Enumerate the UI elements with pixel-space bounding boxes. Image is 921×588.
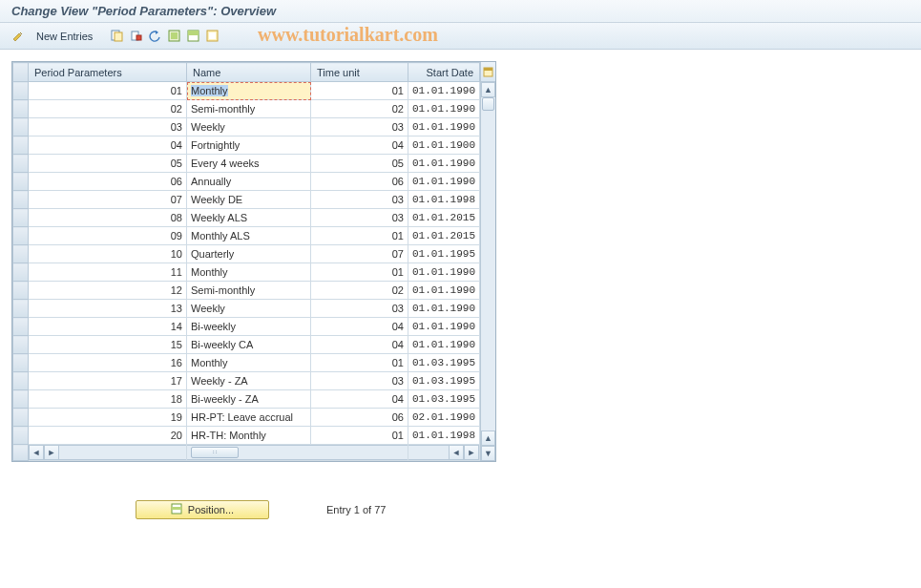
cell-period-parameter[interactable]: 16: [29, 354, 187, 372]
cell-start-date[interactable]: 01.01.1990: [408, 173, 480, 191]
cell-name[interactable]: Weekly - ZA: [187, 372, 311, 390]
select-block-icon[interactable]: [184, 28, 201, 45]
cell-start-date[interactable]: 01.01.1990: [408, 300, 480, 318]
cell-time-unit[interactable]: 06: [311, 173, 408, 191]
cell-start-date[interactable]: 01.01.1998: [408, 191, 480, 209]
cell-period-parameter[interactable]: 12: [29, 282, 187, 300]
cell-start-date[interactable]: 01.01.1990: [408, 100, 480, 118]
cell-name[interactable]: Quarterly: [187, 245, 311, 263]
cell-time-unit[interactable]: 01: [311, 227, 408, 245]
cell-period-parameter[interactable]: 20: [29, 427, 187, 445]
cell-start-date[interactable]: 01.01.2015: [408, 209, 480, 227]
position-button[interactable]: Position...: [136, 500, 269, 519]
cell-name[interactable]: Monthly ALS: [187, 227, 311, 245]
cell-start-date[interactable]: 01.01.2015: [408, 227, 480, 245]
row-selector[interactable]: [13, 100, 29, 118]
row-selector[interactable]: [13, 227, 29, 245]
row-selector[interactable]: [13, 372, 29, 390]
cell-time-unit[interactable]: 06: [311, 409, 408, 427]
cell-start-date[interactable]: 01.03.1995: [408, 390, 480, 409]
row-selector[interactable]: [13, 282, 29, 300]
hscroll-thumb[interactable]: ∷: [191, 447, 239, 458]
cell-start-date[interactable]: 01.01.1990: [408, 118, 480, 136]
cell-start-date[interactable]: 02.01.1990: [408, 409, 480, 427]
col-period-parameters[interactable]: Period Parameters: [29, 63, 187, 82]
cell-time-unit[interactable]: 04: [311, 136, 408, 155]
cell-start-date[interactable]: 01.01.1990: [408, 263, 480, 282]
vscroll-track[interactable]: [481, 97, 495, 430]
cell-name[interactable]: Bi-weekly CA: [187, 336, 311, 354]
vscroll-up-arrow-icon[interactable]: ▲: [481, 82, 495, 97]
cell-period-parameter[interactable]: 11: [29, 263, 187, 282]
vscroll-up-arrow2-icon[interactable]: ▲: [481, 430, 495, 446]
row-selector[interactable]: [13, 300, 29, 318]
cell-period-parameter[interactable]: 10: [29, 245, 187, 263]
hscroll-right-arrow-icon[interactable]: ►: [44, 445, 59, 460]
row-selector[interactable]: [13, 118, 29, 136]
cell-time-unit[interactable]: 07: [311, 245, 408, 263]
cell-name[interactable]: Fortnightly: [187, 136, 311, 155]
cell-time-unit[interactable]: 04: [311, 336, 408, 354]
row-selector[interactable]: [13, 136, 29, 155]
cell-time-unit[interactable]: 02: [311, 100, 408, 118]
cell-start-date[interactable]: 01.03.1995: [408, 354, 480, 372]
row-selector[interactable]: [13, 191, 29, 209]
col-name[interactable]: Name: [187, 63, 311, 82]
row-selector[interactable]: [13, 318, 29, 336]
cell-period-parameter[interactable]: 14: [29, 318, 187, 336]
delete-icon[interactable]: [127, 28, 144, 45]
cell-period-parameter[interactable]: 07: [29, 191, 187, 209]
row-header-column[interactable]: [13, 63, 29, 82]
cell-period-parameter[interactable]: 04: [29, 136, 187, 155]
cell-start-date[interactable]: 01.01.1990: [408, 336, 480, 354]
cell-period-parameter[interactable]: 02: [29, 100, 187, 118]
cell-period-parameter[interactable]: 05: [29, 155, 187, 173]
new-entries-button[interactable]: New Entries: [29, 29, 100, 44]
row-selector[interactable]: [13, 336, 29, 354]
cell-period-parameter[interactable]: 03: [29, 118, 187, 136]
copy-as-icon[interactable]: [108, 28, 125, 45]
toggle-display-icon[interactable]: [10, 28, 27, 45]
cell-name[interactable]: HR-TH: Monthly: [187, 427, 311, 445]
cell-period-parameter[interactable]: 13: [29, 300, 187, 318]
cell-time-unit[interactable]: 03: [311, 372, 408, 390]
cell-period-parameter[interactable]: 15: [29, 336, 187, 354]
cell-name[interactable]: Weekly: [187, 118, 311, 136]
cell-period-parameter[interactable]: 09: [29, 227, 187, 245]
cell-time-unit[interactable]: 01: [311, 427, 408, 445]
row-selector[interactable]: [13, 390, 29, 409]
cell-name[interactable]: Weekly ALS: [187, 209, 311, 227]
cell-name[interactable]: Semi-monthly: [187, 282, 311, 300]
cell-start-date[interactable]: 01.01.1990: [408, 282, 480, 300]
col-time-unit[interactable]: Time unit: [311, 63, 408, 82]
cell-time-unit[interactable]: 04: [311, 390, 408, 409]
col-start-date[interactable]: Start Date: [408, 63, 480, 82]
cell-time-unit[interactable]: 04: [311, 318, 408, 336]
cell-start-date[interactable]: 01.03.1995: [408, 372, 480, 390]
hscroll-right-arrow2-icon[interactable]: ►: [464, 445, 479, 460]
row-selector[interactable]: [13, 354, 29, 372]
cell-start-date[interactable]: 01.01.1990: [408, 155, 480, 173]
cell-name[interactable]: Monthly: [187, 82, 311, 100]
cell-period-parameter[interactable]: 08: [29, 209, 187, 227]
cell-name[interactable]: HR-PT: Leave accrual: [187, 409, 311, 427]
vscroll-down-arrow-icon[interactable]: ▼: [481, 446, 495, 461]
cell-period-parameter[interactable]: 06: [29, 173, 187, 191]
deselect-all-icon[interactable]: [203, 28, 220, 45]
row-selector[interactable]: [13, 155, 29, 173]
cell-name[interactable]: Bi-weekly - ZA: [187, 390, 311, 409]
cell-name[interactable]: Annually: [187, 173, 311, 191]
cell-time-unit[interactable]: 01: [311, 354, 408, 372]
select-all-icon[interactable]: [165, 28, 182, 45]
hscroll-left-arrow-icon[interactable]: ◄: [29, 445, 44, 460]
hscroll-track[interactable]: ∷: [187, 445, 283, 460]
cell-time-unit[interactable]: 01: [311, 82, 408, 100]
undo-icon[interactable]: [146, 28, 163, 45]
cell-time-unit[interactable]: 01: [311, 263, 408, 282]
cell-start-date[interactable]: 01.01.1990: [408, 318, 480, 336]
cell-name[interactable]: Monthly: [187, 354, 311, 372]
cell-name[interactable]: Bi-weekly: [187, 318, 311, 336]
row-selector[interactable]: [13, 173, 29, 191]
cell-name[interactable]: Weekly: [187, 300, 311, 318]
cell-start-date[interactable]: 01.01.1900: [408, 136, 480, 155]
